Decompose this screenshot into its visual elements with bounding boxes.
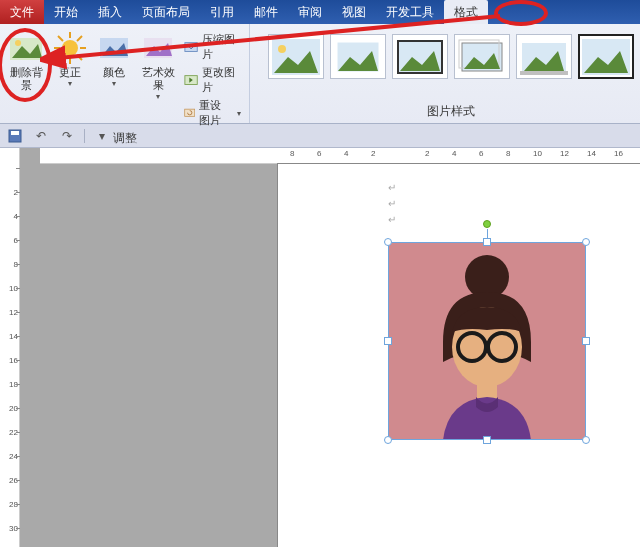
selection-border [388,242,586,440]
menu-file[interactable]: 文件 [0,0,44,24]
menu-home[interactable]: 开始 [44,0,88,24]
style-thumb-1[interactable] [268,34,324,79]
menu-format[interactable]: 格式 [444,0,488,24]
svg-rect-16 [185,43,197,52]
paragraph-mark: ↵ [388,214,396,225]
style-thumb-2[interactable] [330,34,386,79]
resize-handle-tr[interactable] [582,238,590,246]
remove-bg-label: 删除背景 [8,66,44,92]
menu-dev[interactable]: 开发工具 [376,0,444,24]
change-picture-button[interactable]: 更改图片 [184,65,241,95]
svg-point-3 [62,40,78,56]
corrections-label: 更正 [59,66,81,79]
reset-label: 重设图片 [199,98,231,128]
ribbon-group-styles: 图片样式 [250,24,640,123]
paragraph-mark: ↵ [388,198,396,209]
remove-background-button[interactable]: 删除背景 [8,28,44,128]
style-thumb-4[interactable] [454,34,510,79]
svg-point-21 [278,45,286,53]
resize-handle-t[interactable] [483,238,491,246]
svg-point-2 [15,40,21,46]
resize-handle-br[interactable] [582,436,590,444]
resize-handle-r[interactable] [582,337,590,345]
rotation-handle[interactable] [483,220,491,228]
menu-mail[interactable]: 邮件 [244,0,288,24]
style-thumb-5[interactable] [516,34,572,79]
paragraph-mark: ↵ [388,182,396,193]
svg-line-9 [77,55,82,60]
reset-icon [184,105,195,121]
menu-review[interactable]: 审阅 [288,0,332,24]
svg-line-8 [58,36,63,41]
compress-label: 压缩图片 [202,32,241,62]
menu-references[interactable]: 引用 [200,0,244,24]
ribbon-group-adjust: 删除背景 更正 颜色 艺术效果 [0,24,250,123]
mini-list: 压缩图片 更改图片 重设图片 ▾ [184,28,241,128]
resize-handle-bl[interactable] [384,436,392,444]
resize-handle-tl[interactable] [384,238,392,246]
picture-styles-gallery[interactable] [258,28,640,101]
ribbon: 删除背景 更正 颜色 艺术效果 [0,24,640,124]
color-icon [96,30,132,66]
resize-handle-l[interactable] [384,337,392,345]
change-label: 更改图片 [202,65,241,95]
menu-bar: 文件 开始 插入 页面布局 引用 邮件 审阅 视图 开发工具 格式 [0,0,640,24]
change-icon [184,72,198,88]
brightness-icon [52,30,88,66]
svg-line-11 [77,36,82,41]
menu-pagelayout[interactable]: 页面布局 [132,0,200,24]
style-thumb-6[interactable] [578,34,634,79]
workspace: 2468101214161820222426283032 86422468101… [0,148,640,547]
horizontal-ruler: 864224681012141618 [40,148,640,164]
corrections-button[interactable]: 更正 [52,28,88,128]
resize-handle-b[interactable] [483,436,491,444]
svg-line-10 [58,55,63,60]
selected-image[interactable] [388,242,586,440]
vertical-ruler: 2468101214161820222426283032 [0,148,20,547]
artistic-effects-button[interactable]: 艺术效果 [140,28,176,128]
group-styles-label: 图片样式 [258,101,640,123]
reset-picture-button[interactable]: 重设图片 ▾ [184,98,241,128]
artistic-label: 艺术效果 [140,66,176,92]
menu-insert[interactable]: 插入 [88,0,132,24]
artistic-icon [140,30,176,66]
color-label: 颜色 [103,66,125,79]
remove-bg-icon [8,30,44,66]
menu-view[interactable]: 视图 [332,0,376,24]
group-adjust-label: 调整 [8,128,241,150]
style-thumb-3[interactable] [392,34,448,79]
compress-icon [184,39,198,55]
compress-pictures-button[interactable]: 压缩图片 [184,32,241,62]
chevron-down-icon: ▾ [237,109,241,118]
svg-rect-31 [520,71,568,75]
page-area[interactable]: 864224681012141618 ↵ ↵ ↵ [20,148,640,547]
color-button[interactable]: 颜色 [96,28,132,128]
document-page[interactable]: ↵ ↵ ↵ [278,164,640,547]
